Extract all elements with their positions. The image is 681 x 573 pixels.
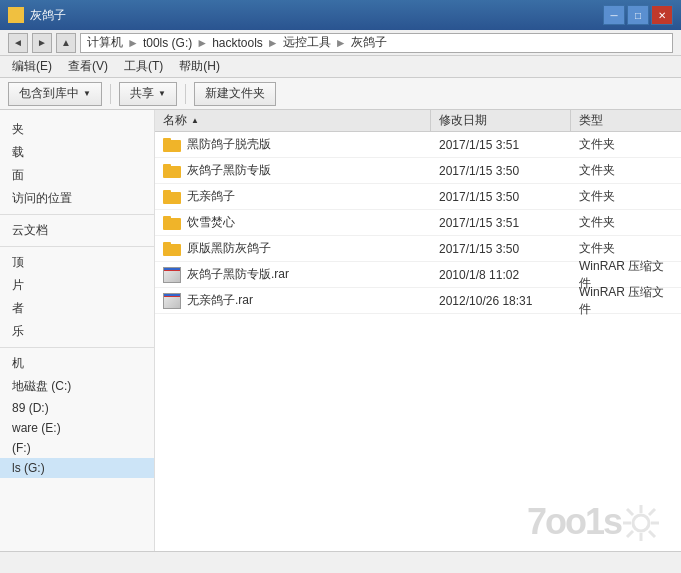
folder-icon <box>163 190 181 204</box>
table-row[interactable]: 无亲鸽子 2017/1/15 3:50 文件夹 <box>155 184 681 210</box>
col-header-type[interactable]: 类型 <box>571 110 681 131</box>
file-name-cell: 灰鸽子黑防专版.rar <box>155 266 431 283</box>
sidebar-item-download[interactable]: 载 <box>0 141 154 164</box>
file-date-cell: 2012/10/26 18:31 <box>431 294 571 308</box>
sidebar-section-drives: 机 地磁盘 (C:) 89 (D:) ware (E:) (F:) ls (G:… <box>0 352 154 478</box>
table-row[interactable]: 无亲鸽子.rar 2012/10/26 18:31 WinRAR 压缩文件 <box>155 288 681 314</box>
maximize-button[interactable]: □ <box>627 5 649 25</box>
toolbar-separator-2 <box>185 84 186 104</box>
file-list-area: 名称 ▲ 修改日期 类型 黑防鸽子脱壳版 2017/1/15 3:51 文件夹 … <box>155 110 681 551</box>
main-area: 夹 载 面 访问的位置 云文档 顶 片 者 乐 机 地磁盘 (C:) 89 (D… <box>0 110 681 551</box>
folder-icon <box>163 164 181 178</box>
file-type-cell: 文件夹 <box>571 214 681 231</box>
file-date-cell: 2017/1/15 3:50 <box>431 190 571 204</box>
path-sep-4: ► <box>335 36 347 50</box>
menu-tools[interactable]: 工具(T) <box>116 56 171 77</box>
file-date-cell: 2017/1/15 3:51 <box>431 138 571 152</box>
sidebar-item-top[interactable]: 顶 <box>0 251 154 274</box>
file-type-cell: 文件夹 <box>571 240 681 257</box>
sidebar-item-drive-c[interactable]: 地磁盘 (C:) <box>0 375 154 398</box>
col-header-name[interactable]: 名称 ▲ <box>155 110 431 131</box>
file-name-text: 原版黑防灰鸽子 <box>187 240 271 257</box>
sidebar-divider-2 <box>0 246 154 247</box>
path-segment-2: t00ls (G:) <box>143 36 192 50</box>
path-segment-1: 计算机 <box>87 34 123 51</box>
table-row[interactable]: 灰鸽子黑防专版 2017/1/15 3:50 文件夹 <box>155 158 681 184</box>
table-row[interactable]: 黑防鸽子脱壳版 2017/1/15 3:51 文件夹 <box>155 132 681 158</box>
sidebar-item-music[interactable]: 乐 <box>0 320 154 343</box>
sidebar-item-drive-d[interactable]: 89 (D:) <box>0 398 154 418</box>
sidebar-item-drive-e[interactable]: ware (E:) <box>0 418 154 438</box>
status-bar <box>0 551 681 573</box>
file-name-cell: 无亲鸽子 <box>155 188 431 205</box>
close-button[interactable]: ✕ <box>651 5 673 25</box>
address-bar: ◄ ► ▲ 计算机 ► t00ls (G:) ► hacktools ► 远控工… <box>0 30 681 56</box>
file-type-cell: 文件夹 <box>571 162 681 179</box>
file-type-cell: 文件夹 <box>571 188 681 205</box>
table-row[interactable]: 饮雪焚心 2017/1/15 3:51 文件夹 <box>155 210 681 236</box>
file-name-cell: 灰鸽子黑防专版 <box>155 162 431 179</box>
file-list-header: 名称 ▲ 修改日期 类型 <box>155 110 681 132</box>
file-name-text: 饮雪焚心 <box>187 214 235 231</box>
file-type-cell: 文件夹 <box>571 136 681 153</box>
sidebar-item-desktop[interactable]: 面 <box>0 164 154 187</box>
path-sep-3: ► <box>267 36 279 50</box>
title-text: 灰鸽子 <box>30 7 66 24</box>
path-segment-3: hacktools <box>212 36 263 50</box>
sidebar-item-recent[interactable]: 访问的位置 <box>0 187 154 210</box>
new-folder-button[interactable]: 新建文件夹 <box>194 82 276 106</box>
path-sep-1: ► <box>127 36 139 50</box>
forward-button[interactable]: ► <box>32 33 52 53</box>
sidebar-item-author[interactable]: 者 <box>0 297 154 320</box>
share-button[interactable]: 共享 ▼ <box>119 82 177 106</box>
file-name-text: 黑防鸽子脱壳版 <box>187 136 271 153</box>
title-bar: 灰鸽子 ─ □ ✕ <box>0 0 681 30</box>
menu-help[interactable]: 帮助(H) <box>171 56 228 77</box>
minimize-button[interactable]: ─ <box>603 5 625 25</box>
file-name-cell: 饮雪焚心 <box>155 214 431 231</box>
sidebar-item-drive-g[interactable]: ls (G:) <box>0 458 154 478</box>
file-name-cell: 无亲鸽子.rar <box>155 292 431 309</box>
sidebar-item-folder[interactable]: 夹 <box>0 118 154 141</box>
back-button[interactable]: ◄ <box>8 33 28 53</box>
sidebar-item-cloud[interactable]: 云文档 <box>0 219 154 242</box>
file-name-text: 无亲鸽子 <box>187 188 235 205</box>
folder-icon <box>163 216 181 230</box>
folder-icon <box>163 138 181 152</box>
file-name-cell: 原版黑防灰鸽子 <box>155 240 431 257</box>
sidebar-section-cloud: 云文档 <box>0 219 154 242</box>
sidebar-divider-3 <box>0 347 154 348</box>
sidebar-divider-1 <box>0 214 154 215</box>
sidebar-item-pictures[interactable]: 片 <box>0 274 154 297</box>
sidebar: 夹 载 面 访问的位置 云文档 顶 片 者 乐 机 地磁盘 (C:) 89 (D… <box>0 110 155 551</box>
sidebar-section-media: 顶 片 者 乐 <box>0 251 154 343</box>
rar-icon <box>163 293 181 309</box>
menu-view[interactable]: 查看(V) <box>60 56 116 77</box>
sidebar-item-computer[interactable]: 机 <box>0 352 154 375</box>
sidebar-section-recent: 夹 载 面 访问的位置 <box>0 118 154 210</box>
up-button[interactable]: ▲ <box>56 33 76 53</box>
file-name-text: 灰鸽子黑防专版 <box>187 162 271 179</box>
file-date-cell: 2017/1/15 3:50 <box>431 242 571 256</box>
file-type-cell: WinRAR 压缩文件 <box>571 284 681 318</box>
file-date-cell: 2017/1/15 3:51 <box>431 216 571 230</box>
path-sep-2: ► <box>196 36 208 50</box>
title-icon <box>8 7 24 23</box>
sidebar-item-drive-f[interactable]: (F:) <box>0 438 154 458</box>
menu-edit[interactable]: 编辑(E) <box>4 56 60 77</box>
address-path[interactable]: 计算机 ► t00ls (G:) ► hacktools ► 远控工具 ► 灰鸽… <box>80 33 673 53</box>
col-header-date[interactable]: 修改日期 <box>431 110 571 131</box>
file-date-cell: 2017/1/15 3:50 <box>431 164 571 178</box>
toolbar: 包含到库中 ▼ 共享 ▼ 新建文件夹 <box>0 78 681 110</box>
toolbar-separator-1 <box>110 84 111 104</box>
folder-icon <box>163 242 181 256</box>
include-library-button[interactable]: 包含到库中 ▼ <box>8 82 102 106</box>
file-rows-container: 黑防鸽子脱壳版 2017/1/15 3:51 文件夹 灰鸽子黑防专版 2017/… <box>155 132 681 314</box>
file-name-text: 无亲鸽子.rar <box>187 292 253 309</box>
path-segment-5: 灰鸽子 <box>351 34 387 51</box>
path-segment-4: 远控工具 <box>283 34 331 51</box>
menu-bar: 编辑(E) 查看(V) 工具(T) 帮助(H) <box>0 56 681 78</box>
file-name-text: 灰鸽子黑防专版.rar <box>187 266 289 283</box>
rar-icon <box>163 267 181 283</box>
title-controls: ─ □ ✕ <box>603 5 673 25</box>
